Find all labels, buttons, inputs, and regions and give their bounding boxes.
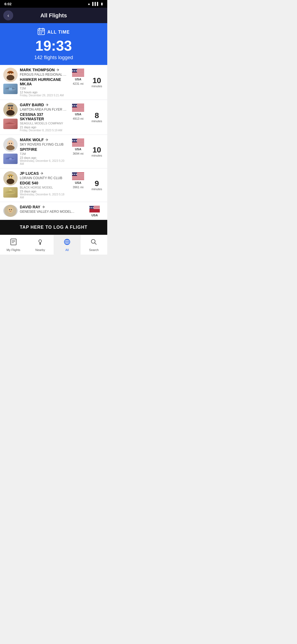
search-icon xyxy=(90,238,97,247)
flight-icon: ✈ xyxy=(45,138,49,142)
svg-rect-57 xyxy=(72,145,84,146)
time-ago: 23 days ago xyxy=(20,190,67,193)
nav-label-my-flights: My Flights xyxy=(7,248,20,252)
aircraft-name: HAWKER HURRICANE MK.IIA xyxy=(20,77,67,86)
club-name: SKY ROVERS FLYING CLUB xyxy=(20,143,67,146)
svg-point-63 xyxy=(11,176,12,177)
pilot-aircraft-col xyxy=(3,205,18,217)
flight-item[interactable]: GARY BAIRD ✈ LAWTON AREA FUN FLYER SOCI.… xyxy=(0,100,107,135)
pilot-aircraft-col xyxy=(3,171,18,199)
time-ago: 12 hours ago xyxy=(20,91,67,94)
svg-rect-7 xyxy=(39,33,40,34)
nav-label-all: All xyxy=(65,248,69,252)
svg-rect-74 xyxy=(72,179,84,179)
flight-item[interactable]: MARK THOMPSON ✈ FERGUS FALLS REGIONAL RC… xyxy=(0,65,107,100)
flight-icon: ✈ xyxy=(56,68,60,72)
svg-text:★★★: ★★★ xyxy=(72,140,78,142)
flight-date: Friday, December 29, 2023 5:21 AM xyxy=(20,94,67,97)
log-flight-button[interactable]: TAP HERE TO LOG A FLIGHT xyxy=(0,220,107,235)
time-ago: 21 days ago xyxy=(20,125,67,129)
stats-banner: ALL TIME 19:33 142 flights logged xyxy=(0,23,107,65)
back-button[interactable]: ‹ xyxy=(3,10,13,20)
duration-unit: minutes xyxy=(92,84,102,88)
svg-point-46 xyxy=(11,143,12,144)
aircraft-name: EDGE 540 xyxy=(20,181,67,185)
duration-col: 10 minutes xyxy=(90,138,104,165)
flight-details: MARK WOLF ✈ SKY ROVERS FLYING CLUB SPITF… xyxy=(20,138,67,165)
flight-item[interactable]: MARK WOLF ✈ SKY ROVERS FLYING CLUB SPITF… xyxy=(0,135,107,168)
svg-rect-73 xyxy=(72,178,84,178)
flight-item[interactable]: JP LUCAS ✈ LORAIN COUNTY RC CLUB EDGE 54… xyxy=(0,168,107,202)
svg-rect-22 xyxy=(72,74,84,75)
duration-col: 10 minutes xyxy=(90,68,104,97)
svg-rect-38 xyxy=(72,108,84,108)
svg-rect-87 xyxy=(11,239,16,245)
status-icons: ▲ ▌▌▌ ▮ xyxy=(87,2,103,6)
flight-icon: ✈ xyxy=(42,205,45,209)
svg-rect-40 xyxy=(72,110,84,111)
country-label: USA xyxy=(75,148,81,151)
svg-point-79 xyxy=(9,209,10,210)
time-ago: 23 days ago xyxy=(20,156,67,159)
duration-unit: minutes xyxy=(92,119,102,123)
duration-unit: minutes xyxy=(92,154,102,157)
svg-text:★★★: ★★★ xyxy=(72,173,78,176)
status-bar: 6:02 ▲ ▌▌▌ ▮ xyxy=(0,0,107,8)
country-label: USA xyxy=(91,214,98,217)
svg-point-64 xyxy=(7,179,14,184)
svg-rect-56 xyxy=(72,144,84,145)
nav-label-nearby: Nearby xyxy=(35,248,45,252)
flight-item[interactable]: DAVID RAY ✈ GENESEE VALLEY AERO MODEL...… xyxy=(0,202,107,220)
distance: 4231 mi xyxy=(73,82,83,85)
duration-number: 9 xyxy=(95,180,99,187)
avatar xyxy=(3,103,18,117)
country-label: USA xyxy=(75,181,81,184)
pilot-name: DAVID RAY xyxy=(20,205,40,209)
brand-name: T2M xyxy=(20,87,67,90)
signal-icon: ▌▌▌ xyxy=(92,2,99,6)
avatar xyxy=(3,138,18,152)
duration-number: 8 xyxy=(95,112,99,119)
svg-rect-6 xyxy=(42,31,43,32)
club-name: LORAIN COUNTY RC CLUB xyxy=(20,176,67,180)
pilot-name: GARY BAIRD xyxy=(20,103,44,107)
pilot-aircraft-col xyxy=(3,138,18,165)
svg-point-91 xyxy=(39,240,42,242)
svg-rect-23 xyxy=(72,75,84,76)
svg-rect-72 xyxy=(72,176,84,177)
aircraft-name: SPITFIRE xyxy=(20,147,67,152)
wifi-icon: ▲ xyxy=(87,2,91,6)
nav-item-search[interactable]: Search xyxy=(81,235,108,255)
right-col: ★★★ USA xyxy=(85,205,104,217)
nav-item-nearby[interactable]: Nearby xyxy=(27,235,54,255)
filter-label: ALL TIME xyxy=(47,30,70,35)
svg-text:★★★: ★★★ xyxy=(72,70,78,72)
pilot-aircraft-col xyxy=(3,68,18,97)
svg-line-97 xyxy=(95,243,96,244)
nav-item-my-flights[interactable]: My Flights xyxy=(0,235,27,255)
duration-col: 9 minutes xyxy=(90,171,104,199)
svg-point-78 xyxy=(8,207,13,213)
duration-number: 10 xyxy=(92,77,101,84)
nav-item-all[interactable]: All xyxy=(54,235,81,255)
svg-rect-21 xyxy=(72,73,84,73)
flight-date: Friday, December 8, 2023 5:19 AM xyxy=(20,129,67,132)
flight-details: DAVID RAY ✈ GENESEE VALLEY AERO MODEL... xyxy=(20,205,83,217)
nav-label-search: Search xyxy=(89,248,99,252)
distance: 4913 mi xyxy=(73,117,83,120)
svg-point-31 xyxy=(6,110,15,116)
svg-point-62 xyxy=(9,176,10,177)
svg-point-47 xyxy=(6,145,15,150)
svg-point-29 xyxy=(11,108,13,109)
right-col: ★★★ USA 4231 mi xyxy=(69,68,87,97)
brand-name: T2M xyxy=(20,152,67,155)
flight-details: GARY BAIRD ✈ LAWTON AREA FUN FLYER SOCI.… xyxy=(20,103,67,132)
svg-point-28 xyxy=(9,108,10,109)
nearby-icon xyxy=(37,238,44,247)
right-col: ★★★ USA 4913 mi xyxy=(69,103,87,132)
flight-details: JP LUCAS ✈ LORAIN COUNTY RC CLUB EDGE 54… xyxy=(20,171,67,199)
pilot-aircraft-col xyxy=(3,103,18,132)
svg-rect-39 xyxy=(72,109,84,110)
aircraft-thumbnail xyxy=(3,187,18,198)
flight-date: Wednesday, December 6, 2023 5:18 AM xyxy=(20,193,67,199)
